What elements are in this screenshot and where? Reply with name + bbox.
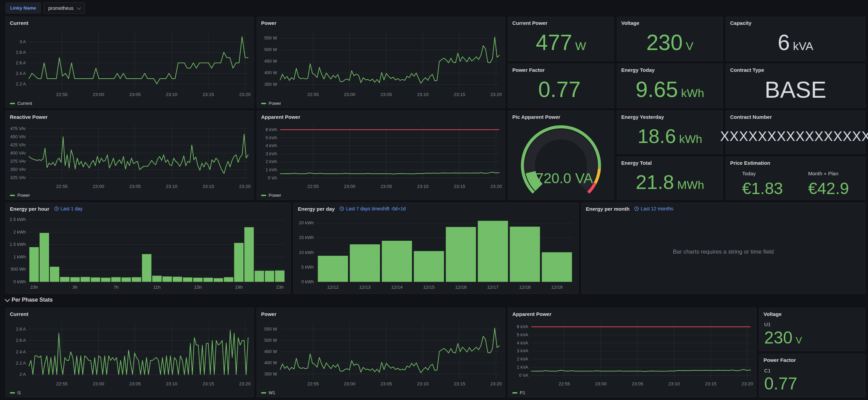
svg-text:23:05: 23:05 (129, 92, 141, 97)
svg-text:0 kWh: 0 kWh (301, 279, 314, 284)
svg-text:23:05: 23:05 (381, 381, 392, 386)
variable-label[interactable]: Linky Name (5, 2, 41, 14)
panel-title[interactable]: Current (10, 20, 28, 26)
chevron-down-icon (77, 5, 81, 10)
panel-title[interactable]: Voltage (621, 20, 639, 26)
svg-text:10 kWh: 10 kWh (299, 250, 314, 255)
apparent-phase1-chart[interactable]: 0 VA1 kVA2 kVA3 kVA4 kVA5 kVA6 kVA22:552… (510, 319, 754, 388)
svg-text:350 W: 350 W (264, 371, 277, 377)
panel-title[interactable]: Power (261, 20, 276, 26)
svg-text:23:00: 23:00 (93, 92, 104, 97)
svg-text:4 kVA: 4 kVA (266, 143, 277, 148)
current-chart[interactable]: 2.2 A2.4 A2.6 A2.8 A3 A22:5523:0023:0523… (8, 28, 252, 99)
time-range-link[interactable]: Last 12 months (634, 206, 673, 211)
svg-text:2.2 A: 2.2 A (16, 361, 26, 366)
svg-text:350 VAr: 350 VAr (10, 167, 26, 172)
svg-text:550 W: 550 W (264, 35, 277, 41)
svg-text:0 VA: 0 VA (519, 373, 529, 378)
time-range-link[interactable]: Last 1 day (54, 206, 83, 211)
reactive-power-chart[interactable]: 325 VAr350 VAr375 VAr400 VAr425 VAr450 V… (8, 122, 252, 191)
svg-text:23:20: 23:20 (490, 92, 502, 97)
panel-capacity-stat: Capacity 6kVA (726, 17, 865, 61)
panel-title[interactable]: Reactive Power (10, 114, 48, 120)
panel-title[interactable]: Energy Yesterday (621, 114, 664, 120)
svg-text:22:55: 22:55 (307, 381, 319, 386)
stat-value: 0.77 (764, 375, 862, 392)
datasource-dropdown[interactable]: prometheus (44, 2, 85, 14)
panel-title[interactable]: Energy per hour (10, 206, 49, 212)
panel-title[interactable]: Apparent Power (261, 114, 300, 120)
svg-text:500 W: 500 W (264, 338, 277, 343)
svg-text:450 VAr: 450 VAr (10, 134, 26, 139)
legend-item[interactable]: Power (10, 193, 30, 198)
clock-icon (339, 206, 344, 211)
time-range-link[interactable]: Last 7 days timeshift -0d+1d (339, 206, 406, 211)
panel-title[interactable]: Price Estimation (730, 160, 770, 166)
svg-text:2 A: 2 A (19, 372, 26, 377)
series-swatch (10, 392, 15, 394)
panel-price-estimation: Price Estimation Today €1.83 Month + Pla… (726, 157, 865, 200)
svg-text:350 W: 350 W (264, 82, 277, 87)
svg-text:23:00: 23:00 (344, 184, 355, 189)
panel-current: Current 2.2 A2.4 A2.6 A2.8 A3 A22:5523:0… (5, 17, 254, 108)
row-per-phase-stats[interactable]: Per Phase Stats (5, 297, 53, 303)
panel-title[interactable]: Energy Today (621, 67, 655, 73)
svg-text:22:55: 22:55 (56, 184, 68, 189)
panel-title[interactable]: Energy per day (298, 206, 335, 212)
panel-title[interactable]: Pic Apparent Power (512, 114, 560, 120)
svg-text:19h: 19h (235, 285, 243, 290)
svg-text:22:55: 22:55 (559, 381, 570, 386)
energy-per-hour-chart[interactable]: 0 kWh500 Wh1 kWh1.5 kWh2 kWh2.5 kWh23h3h… (8, 214, 288, 291)
panel-power-factor-stat: Power Factor 0.77 (508, 64, 614, 108)
legend-item[interactable]: W1 (261, 390, 275, 395)
chevron-down-icon (5, 297, 10, 302)
panel-title[interactable]: Power Factor (512, 67, 545, 73)
svg-text:23:10: 23:10 (166, 92, 177, 97)
svg-text:23:15: 23:15 (454, 184, 465, 189)
panel-title[interactable]: Power (261, 311, 276, 317)
svg-text:23:00: 23:00 (93, 381, 104, 386)
panel-title[interactable]: Energy Total (621, 160, 652, 166)
svg-text:400 W: 400 W (264, 70, 277, 75)
panel-title[interactable]: Energy per month (586, 206, 629, 212)
apparent-power-chart[interactable]: 0 VA1 kVA2 kVA3 kVA4 kVA5 kVA6 kVA22:552… (259, 122, 503, 191)
panel-title[interactable]: Contract Number (730, 114, 772, 120)
svg-text:23:05: 23:05 (129, 381, 141, 386)
svg-text:23:00: 23:00 (595, 381, 607, 386)
svg-text:23:00: 23:00 (93, 184, 104, 189)
svg-text:20 kWh: 20 kWh (299, 220, 314, 225)
svg-text:2 kWh: 2 kWh (13, 229, 26, 235)
svg-text:2.2 A: 2.2 A (16, 81, 26, 86)
legend-item[interactable]: Current (10, 101, 32, 106)
power-phase1-chart[interactable]: 350 W400 W450 W500 W550 W22:5523:0023:05… (259, 319, 503, 388)
panel-title[interactable]: Current Power (512, 20, 547, 26)
panel-title[interactable]: Apparent Power (512, 311, 551, 317)
svg-text:450 W: 450 W (264, 59, 277, 64)
stat-value: 9.65kWh (636, 79, 704, 100)
legend-item[interactable]: Power (261, 101, 281, 106)
svg-text:425 VAr: 425 VAr (10, 142, 26, 147)
svg-text:23h: 23h (276, 285, 284, 290)
legend-item[interactable]: P1 (512, 390, 525, 395)
svg-text:23:20: 23:20 (239, 184, 251, 189)
energy-per-day-chart[interactable]: 0 kWh5 kWh10 kWh15 kWh20 kWh12/1212/1312… (296, 214, 576, 291)
panel-title[interactable]: Current (10, 311, 28, 317)
svg-text:23:10: 23:10 (166, 184, 177, 189)
panel-title[interactable]: Capacity (730, 20, 752, 26)
svg-text:23:10: 23:10 (417, 92, 429, 97)
panel-voltage-stat: Voltage 230V (617, 17, 723, 61)
power-chart[interactable]: 350 W400 W450 W500 W550 W22:5523:0023:05… (259, 28, 503, 99)
panel-energy-per-hour: Energy per hour Last 1 day 0 kWh500 Wh1 … (5, 203, 291, 294)
panel-title[interactable]: Contract Type (730, 67, 764, 73)
legend-item[interactable]: Power (261, 193, 281, 198)
legend-item[interactable]: I1 (10, 390, 21, 395)
current-phase1-chart[interactable]: 2 A2.2 A2.4 A2.6 A2.8 A22:5523:0023:0523… (8, 319, 252, 388)
svg-text:15 kWh: 15 kWh (299, 235, 314, 240)
svg-text:23:10: 23:10 (417, 184, 429, 189)
panel-title[interactable]: Voltage (763, 311, 782, 317)
panel-voltage-u1-stat: Voltage U1 230V (759, 308, 865, 351)
svg-text:550 W: 550 W (264, 326, 277, 332)
series-swatch (261, 392, 266, 394)
panel-title[interactable]: Power Factor (763, 357, 796, 363)
svg-text:23:15: 23:15 (203, 381, 214, 386)
